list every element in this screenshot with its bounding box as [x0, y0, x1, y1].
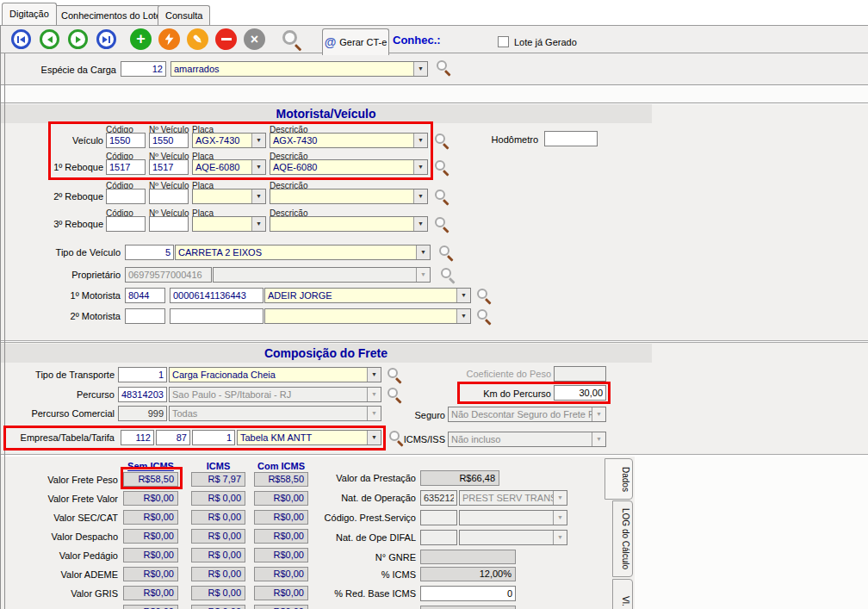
- chevron-down-icon[interactable]: ▼: [413, 62, 427, 76]
- nat-ope-difal-combo: ▼: [459, 530, 567, 545]
- reboque1-codigo-input[interactable]: [106, 159, 146, 175]
- motorista2-nome-combo[interactable]: ▼: [264, 308, 471, 324]
- delete-button[interactable]: [215, 28, 237, 50]
- side-tab-log-do-calculo[interactable]: LOG do Cálculo: [612, 500, 633, 577]
- search-icon[interactable]: [435, 134, 452, 151]
- chevron-down-icon[interactable]: ▼: [456, 309, 470, 323]
- reboque2-descricao-combo[interactable]: ▼: [270, 189, 428, 204]
- perc-red-base-icms-label: % Red. Base ICMS: [313, 588, 416, 599]
- reboque3-placa-combo[interactable]: ▼: [192, 216, 266, 232]
- chevron-down-icon: ▼: [553, 511, 567, 525]
- chevron-down-icon[interactable]: ▼: [367, 368, 381, 382]
- chevron-down-icon: ▼: [416, 268, 430, 282]
- tab-digitacao[interactable]: Digitação: [2, 3, 57, 25]
- reboque1-descricao-combo[interactable]: AQE-6080▼: [270, 159, 428, 175]
- reboque2-placa-combo[interactable]: ▼: [192, 189, 266, 204]
- especie-code-input[interactable]: [121, 61, 166, 77]
- chevron-down-icon[interactable]: ▼: [251, 217, 265, 231]
- reboque3-codigo-input[interactable]: [106, 216, 146, 232]
- hodometro-input[interactable]: [544, 131, 598, 146]
- col-header-com-icms: Com ICMS: [254, 461, 308, 471]
- gerar-cte-button[interactable]: @ Gerar CT-e: [322, 28, 389, 55]
- search-icon[interactable]: [388, 368, 405, 385]
- empresa-input[interactable]: [121, 430, 154, 445]
- veiculo-numero-input[interactable]: [149, 133, 189, 148]
- toolbar: + ✎ × @ Gerar CT-e Conhec.: Lote já Gera…: [0, 25, 868, 53]
- veiculo-descricao-combo[interactable]: AGX-7430▼: [270, 133, 428, 148]
- last-record-button[interactable]: [96, 29, 116, 49]
- tarifa-input[interactable]: [192, 430, 235, 445]
- nat-operacao-code-input: [420, 490, 457, 506]
- motorista2-doc-input[interactable]: [170, 308, 264, 324]
- search-icon[interactable]: [435, 190, 452, 207]
- reboque1-numero-input[interactable]: [149, 159, 189, 175]
- valor-icms: R$ 7,97: [191, 472, 245, 487]
- valor-com-icms: R$0,00: [254, 548, 308, 562]
- motorista1-nome-combo[interactable]: ADEIR JORGE▼: [264, 288, 471, 303]
- search-icon[interactable]: [477, 309, 494, 326]
- chevron-down-icon[interactable]: ▼: [413, 160, 427, 174]
- chevron-down-icon[interactable]: ▼: [413, 190, 427, 203]
- tab-conhecimentos-do-lote[interactable]: Conhecimentos do Lote: [53, 5, 169, 25]
- lote-ja-gerado-checkbox[interactable]: [498, 36, 509, 47]
- km-percurso-input[interactable]: [554, 385, 606, 401]
- reboque1-placa-combo[interactable]: AQE-6080▼: [192, 159, 266, 175]
- next-record-button[interactable]: [68, 29, 88, 49]
- chevron-down-icon[interactable]: ▼: [251, 190, 265, 203]
- chevron-down-icon[interactable]: ▼: [251, 160, 265, 174]
- add-button[interactable]: +: [130, 28, 152, 50]
- search-icon[interactable]: [435, 160, 452, 177]
- nat-ope-difal-code-input: [420, 530, 457, 545]
- reboque3-label: 3º Reboque: [17, 219, 103, 229]
- post-button[interactable]: [158, 28, 180, 50]
- especie-combo[interactable]: amarrados▼: [170, 61, 428, 77]
- chevron-down-icon[interactable]: ▼: [413, 217, 427, 231]
- cancel-button[interactable]: ×: [244, 28, 265, 50]
- chevron-down-icon: ▼: [553, 491, 567, 505]
- reboque3-numero-input[interactable]: [149, 216, 189, 232]
- edit-button[interactable]: ✎: [187, 28, 208, 50]
- perc-icms-field: 12,00%: [420, 567, 516, 581]
- motorista2-code-input[interactable]: [125, 308, 165, 324]
- col-header-sem-icms: Sem ICMS: [123, 461, 178, 471]
- search-icon[interactable]: [437, 60, 454, 78]
- prev-record-icon: [47, 36, 53, 43]
- reboque2-codigo-input[interactable]: [106, 189, 146, 204]
- x-icon: ×: [251, 32, 258, 47]
- valor-icms: R$ 0,00: [191, 605, 245, 609]
- n-gnre-label: N° GNRE: [313, 552, 416, 562]
- seguro-label: Seguro: [359, 410, 445, 420]
- search-icon[interactable]: [282, 30, 305, 53]
- percurso-comercial-label: Percurso Comercial: [4, 408, 115, 419]
- reboque2-numero-input[interactable]: [149, 189, 189, 204]
- section-title-composicao-frete: Composição do Frete: [0, 344, 652, 363]
- motorista1-code-input[interactable]: [125, 288, 165, 303]
- tabela-input[interactable]: [156, 430, 190, 445]
- tipo-veiculo-combo[interactable]: CARRETA 2 EIXOS▼: [175, 245, 431, 260]
- side-tab-dados[interactable]: Dados: [604, 458, 633, 500]
- proprietario-combo: ▼: [213, 267, 431, 283]
- search-icon[interactable]: [388, 388, 405, 405]
- left-border-inner: [4, 53, 5, 609]
- chevron-down-icon[interactable]: ▼: [251, 134, 265, 147]
- chevron-down-icon[interactable]: ▼: [456, 289, 470, 302]
- tipo-veiculo-code-input[interactable]: [125, 245, 174, 260]
- side-tab-vl-cal[interactable]: Vl. Cal: [612, 579, 633, 609]
- first-record-button[interactable]: [11, 29, 31, 49]
- chevron-down-icon[interactable]: ▼: [416, 245, 430, 259]
- veiculo-placa-combo[interactable]: AGX-7430▼: [192, 133, 266, 148]
- reboque3-descricao-combo[interactable]: ▼: [270, 216, 428, 232]
- tab-consulta[interactable]: Consulta: [158, 5, 210, 25]
- prev-record-button[interactable]: [40, 29, 59, 49]
- chevron-down-icon[interactable]: ▼: [413, 134, 427, 147]
- search-icon[interactable]: [439, 245, 456, 263]
- percurso-code-input[interactable]: [118, 387, 167, 402]
- lote-ja-gerado-label: Lote já Gerado: [514, 37, 577, 47]
- veiculo-codigo-input[interactable]: [106, 133, 146, 148]
- tipo-transporte-code-input[interactable]: [118, 367, 167, 382]
- tipo-transporte-combo[interactable]: Carga Fracionada Cheia▼: [169, 367, 381, 382]
- search-icon[interactable]: [435, 217, 452, 234]
- search-icon[interactable]: [477, 289, 494, 306]
- motorista1-doc-input[interactable]: [170, 288, 264, 303]
- perc-red-base-icms-input[interactable]: [420, 586, 516, 601]
